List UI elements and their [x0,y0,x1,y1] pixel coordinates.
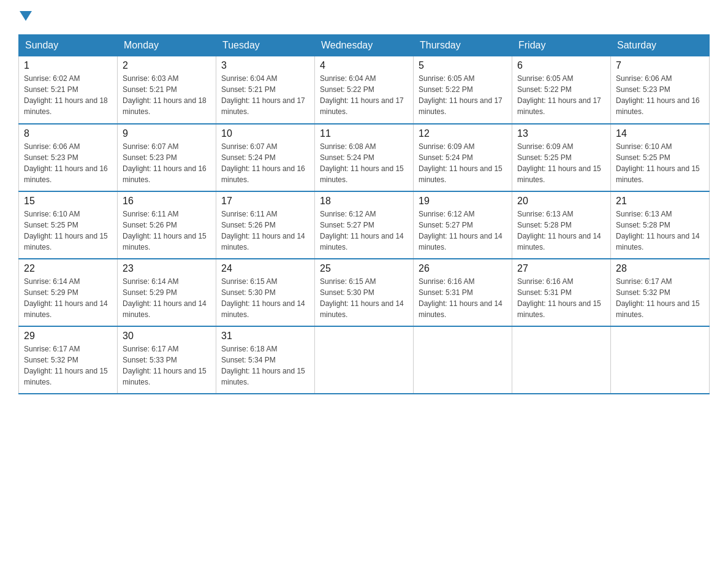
weekday-header-saturday: Saturday [611,35,710,56]
calendar-cell [512,326,611,394]
logo-arrow-icon [20,11,32,21]
day-number: 25 [320,263,408,274]
weekday-header-sunday: Sunday [19,35,118,56]
day-info: Sunrise: 6:03 AM Sunset: 5:21 PM Dayligh… [123,73,211,117]
calendar-cell: 11 Sunrise: 6:08 AM Sunset: 5:24 PM Dayl… [315,124,414,191]
header [18,12,710,22]
day-info: Sunrise: 6:07 AM Sunset: 5:24 PM Dayligh… [221,141,309,185]
day-info: Sunrise: 6:11 AM Sunset: 5:26 PM Dayligh… [123,209,211,253]
week-row-1: 1 Sunrise: 6:02 AM Sunset: 5:21 PM Dayli… [19,56,710,124]
calendar-cell: 5 Sunrise: 6:05 AM Sunset: 5:22 PM Dayli… [414,56,512,124]
day-number: 8 [24,128,112,139]
calendar-cell: 4 Sunrise: 6:04 AM Sunset: 5:22 PM Dayli… [315,56,414,124]
day-info: Sunrise: 6:13 AM Sunset: 5:28 PM Dayligh… [616,209,704,253]
day-number: 17 [221,196,309,207]
day-number: 11 [320,128,408,139]
calendar-cell: 27 Sunrise: 6:16 AM Sunset: 5:31 PM Dayl… [512,259,611,326]
day-info: Sunrise: 6:07 AM Sunset: 5:23 PM Dayligh… [123,141,211,185]
day-number: 5 [419,60,507,71]
day-number: 30 [123,331,211,342]
day-info: Sunrise: 6:13 AM Sunset: 5:28 PM Dayligh… [517,209,605,253]
week-row-3: 15 Sunrise: 6:10 AM Sunset: 5:25 PM Dayl… [19,191,710,259]
calendar-cell: 8 Sunrise: 6:06 AM Sunset: 5:23 PM Dayli… [19,124,118,191]
day-info: Sunrise: 6:05 AM Sunset: 5:22 PM Dayligh… [419,73,507,117]
day-number: 19 [419,196,507,207]
day-number: 31 [221,331,309,342]
day-number: 2 [123,60,211,71]
day-number: 26 [419,263,507,274]
calendar-cell [315,326,414,394]
week-row-5: 29 Sunrise: 6:17 AM Sunset: 5:32 PM Dayl… [19,326,710,394]
day-number: 18 [320,196,408,207]
day-info: Sunrise: 6:12 AM Sunset: 5:27 PM Dayligh… [320,209,408,253]
day-info: Sunrise: 6:14 AM Sunset: 5:29 PM Dayligh… [24,276,112,320]
day-info: Sunrise: 6:10 AM Sunset: 5:25 PM Dayligh… [616,141,704,185]
calendar-cell: 30 Sunrise: 6:17 AM Sunset: 5:33 PM Dayl… [118,326,216,394]
day-number: 29 [24,331,112,342]
day-info: Sunrise: 6:17 AM Sunset: 5:32 PM Dayligh… [616,276,704,320]
day-number: 14 [616,128,704,139]
day-number: 10 [221,128,309,139]
day-number: 6 [517,60,605,71]
day-number: 12 [419,128,507,139]
calendar-cell: 17 Sunrise: 6:11 AM Sunset: 5:26 PM Dayl… [216,191,315,259]
calendar-cell: 26 Sunrise: 6:16 AM Sunset: 5:31 PM Dayl… [414,259,512,326]
calendar-cell: 28 Sunrise: 6:17 AM Sunset: 5:32 PM Dayl… [611,259,710,326]
day-info: Sunrise: 6:02 AM Sunset: 5:21 PM Dayligh… [24,73,112,117]
day-number: 13 [517,128,605,139]
day-number: 7 [616,60,704,71]
day-number: 24 [221,263,309,274]
weekday-header-row: SundayMondayTuesdayWednesdayThursdayFrid… [19,35,710,56]
calendar-cell: 20 Sunrise: 6:13 AM Sunset: 5:28 PM Dayl… [512,191,611,259]
weekday-header-thursday: Thursday [414,35,512,56]
weekday-header-monday: Monday [118,35,216,56]
day-number: 9 [123,128,211,139]
weekday-header-wednesday: Wednesday [315,35,414,56]
day-number: 16 [123,196,211,207]
day-number: 1 [24,60,112,71]
day-info: Sunrise: 6:15 AM Sunset: 5:30 PM Dayligh… [221,276,309,320]
calendar-cell: 29 Sunrise: 6:17 AM Sunset: 5:32 PM Dayl… [19,326,118,394]
calendar-cell: 16 Sunrise: 6:11 AM Sunset: 5:26 PM Dayl… [118,191,216,259]
weekday-header-tuesday: Tuesday [216,35,315,56]
calendar-cell: 1 Sunrise: 6:02 AM Sunset: 5:21 PM Dayli… [19,56,118,124]
calendar-cell: 21 Sunrise: 6:13 AM Sunset: 5:28 PM Dayl… [611,191,710,259]
day-number: 28 [616,263,704,274]
calendar-cell: 13 Sunrise: 6:09 AM Sunset: 5:25 PM Dayl… [512,124,611,191]
day-info: Sunrise: 6:06 AM Sunset: 5:23 PM Dayligh… [24,141,112,185]
calendar-cell: 23 Sunrise: 6:14 AM Sunset: 5:29 PM Dayl… [118,259,216,326]
day-number: 20 [517,196,605,207]
calendar-cell: 22 Sunrise: 6:14 AM Sunset: 5:29 PM Dayl… [19,259,118,326]
day-info: Sunrise: 6:16 AM Sunset: 5:31 PM Dayligh… [419,276,507,320]
day-info: Sunrise: 6:11 AM Sunset: 5:26 PM Dayligh… [221,209,309,253]
calendar-cell: 3 Sunrise: 6:04 AM Sunset: 5:21 PM Dayli… [216,56,315,124]
day-number: 3 [221,60,309,71]
day-info: Sunrise: 6:04 AM Sunset: 5:21 PM Dayligh… [221,73,309,117]
day-number: 23 [123,263,211,274]
day-number: 4 [320,60,408,71]
calendar-cell: 7 Sunrise: 6:06 AM Sunset: 5:23 PM Dayli… [611,56,710,124]
weekday-header-friday: Friday [512,35,611,56]
calendar-cell: 2 Sunrise: 6:03 AM Sunset: 5:21 PM Dayli… [118,56,216,124]
day-info: Sunrise: 6:14 AM Sunset: 5:29 PM Dayligh… [123,276,211,320]
calendar-cell: 18 Sunrise: 6:12 AM Sunset: 5:27 PM Dayl… [315,191,414,259]
day-info: Sunrise: 6:06 AM Sunset: 5:23 PM Dayligh… [616,73,704,117]
day-number: 22 [24,263,112,274]
day-info: Sunrise: 6:05 AM Sunset: 5:22 PM Dayligh… [517,73,605,117]
day-info: Sunrise: 6:09 AM Sunset: 5:24 PM Dayligh… [419,141,507,185]
day-info: Sunrise: 6:10 AM Sunset: 5:25 PM Dayligh… [24,209,112,253]
logo [18,12,32,22]
day-info: Sunrise: 6:08 AM Sunset: 5:24 PM Dayligh… [320,141,408,185]
week-row-2: 8 Sunrise: 6:06 AM Sunset: 5:23 PM Dayli… [19,124,710,191]
calendar-cell [611,326,710,394]
day-number: 21 [616,196,704,207]
calendar-cell: 25 Sunrise: 6:15 AM Sunset: 5:30 PM Dayl… [315,259,414,326]
calendar-cell: 10 Sunrise: 6:07 AM Sunset: 5:24 PM Dayl… [216,124,315,191]
week-row-4: 22 Sunrise: 6:14 AM Sunset: 5:29 PM Dayl… [19,259,710,326]
calendar-cell [414,326,512,394]
calendar-cell: 12 Sunrise: 6:09 AM Sunset: 5:24 PM Dayl… [414,124,512,191]
calendar-cell: 9 Sunrise: 6:07 AM Sunset: 5:23 PM Dayli… [118,124,216,191]
day-info: Sunrise: 6:17 AM Sunset: 5:32 PM Dayligh… [24,343,112,388]
calendar-cell: 6 Sunrise: 6:05 AM Sunset: 5:22 PM Dayli… [512,56,611,124]
calendar-cell: 19 Sunrise: 6:12 AM Sunset: 5:27 PM Dayl… [414,191,512,259]
